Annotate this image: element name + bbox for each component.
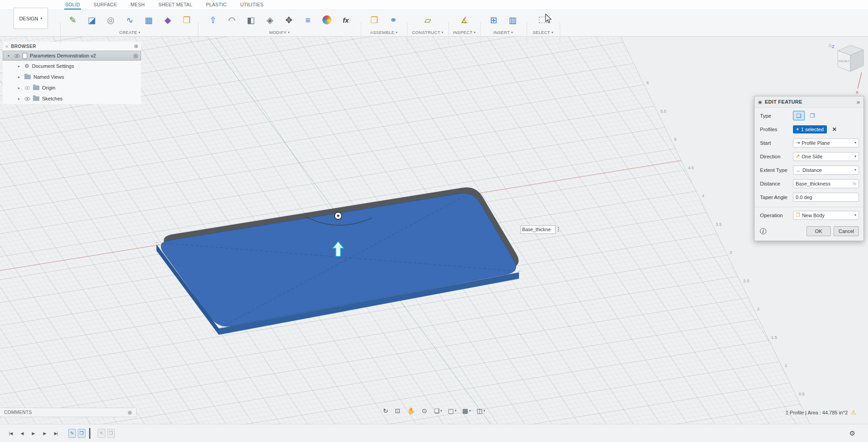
row-label: Extent Type xyxy=(760,167,793,173)
distance-input[interactable]: Base_thickness fx xyxy=(793,179,859,188)
start-dropdown[interactable]: ⇥ Profile Plane ▾ xyxy=(793,138,859,147)
activate-component-icon[interactable]: ◎ xyxy=(133,52,138,59)
combine-icon[interactable]: ◈ xyxy=(262,12,278,28)
ok-button[interactable]: OK xyxy=(807,226,831,236)
operation-dropdown[interactable]: ❒ New Body ▾ xyxy=(793,211,859,220)
taper-angle-input[interactable]: 0.0 deg xyxy=(793,193,859,202)
tab-utilities[interactable]: UTILITIES xyxy=(239,0,264,10)
look-at-icon[interactable]: ⊡ xyxy=(393,407,404,415)
press-pull-icon[interactable]: ⇧ xyxy=(205,12,221,28)
extent-type-dropdown[interactable]: ↔ Distance ▾ xyxy=(793,166,859,175)
sweep-icon[interactable]: ∿ xyxy=(122,12,137,28)
group-label-assemble[interactable]: ASSEMBLE▾ xyxy=(370,30,397,35)
extent-type-value: Distance xyxy=(802,167,822,173)
home-icon[interactable]: ⌂ xyxy=(828,42,832,48)
measure-icon[interactable]: ∡ xyxy=(457,12,472,28)
joint-icon[interactable]: ⚭ xyxy=(386,12,401,28)
browser-item-sketches[interactable]: ▸ Sketches xyxy=(3,93,141,104)
offset-plane-icon[interactable]: ▱ xyxy=(420,12,435,28)
timeline-sketch2-marker[interactable]: ✎ xyxy=(98,429,105,438)
pattern-icon[interactable]: ▦ xyxy=(141,12,156,28)
primitive-box-icon[interactable]: ❒ xyxy=(179,12,194,28)
workspace-switcher-button[interactable]: DESIGN ▾ xyxy=(14,8,48,29)
cancel-button[interactable]: Cancel xyxy=(834,226,859,236)
timeline-sketch1-marker[interactable]: ✎ xyxy=(68,429,76,438)
browser-options-icon[interactable]: ⊕ xyxy=(134,43,138,49)
display-settings-icon[interactable]: ▢ ▾ xyxy=(446,407,459,415)
browser-item-named-views[interactable]: ▸ Named Views xyxy=(3,71,141,82)
dialog-header[interactable]: ◉ EDIT FEATURE » xyxy=(755,96,863,108)
dialog-title: EDIT FEATURE xyxy=(765,99,857,105)
expand-caret-icon[interactable]: ▸ xyxy=(18,86,22,90)
timeline-extrude2-marker[interactable]: ❒ xyxy=(107,429,115,438)
group-label-select[interactable]: SELECT▾ xyxy=(533,30,553,35)
row-direction: Direction ↗ One Side ▾ xyxy=(760,151,859,162)
visibility-eye-icon[interactable] xyxy=(14,53,20,59)
go-to-end-button[interactable]: ▶| xyxy=(51,428,61,439)
tab-mesh[interactable]: MESH xyxy=(130,0,146,10)
browser-item-origin[interactable]: ▸ Origin xyxy=(3,82,141,93)
profiles-selected-chip[interactable]: ➤ 1 selected xyxy=(793,125,827,133)
tab-surface[interactable]: SURFACE xyxy=(93,0,118,10)
create-form-icon[interactable]: ◆ xyxy=(160,12,175,28)
visibility-eye-icon[interactable] xyxy=(24,85,30,91)
info-icon[interactable]: i xyxy=(760,228,766,234)
appearance-icon[interactable] xyxy=(319,12,335,28)
group-label-construct[interactable]: CONSTRUCT▾ xyxy=(412,30,443,35)
ribbon-icon-glyph: ▥ xyxy=(509,16,517,24)
timeline-playhead[interactable] xyxy=(89,428,90,439)
orbit-icon[interactable]: ↻ xyxy=(381,407,392,415)
viewports-icon[interactable]: ◫ ▾ xyxy=(474,407,487,415)
expand-caret-icon[interactable]: ▾ xyxy=(8,54,11,58)
pan-icon[interactable]: ✋ xyxy=(405,407,418,415)
extrude-icon[interactable]: ◪ xyxy=(84,12,99,28)
shell-icon[interactable]: ◧ xyxy=(243,12,259,28)
change-parameters-icon[interactable]: fx xyxy=(338,12,354,28)
nav-icon-glyph: ▢ xyxy=(448,408,454,414)
play-button[interactable]: ▶ xyxy=(28,428,38,439)
tab-solid[interactable]: SOLID xyxy=(64,0,81,10)
extrude-type-thin-button[interactable]: ❐ xyxy=(807,111,818,120)
tab-sheet-metal[interactable]: SHEET METAL xyxy=(157,0,193,10)
timeline-extrude1-marker[interactable]: ❒ xyxy=(78,429,85,438)
canvas-image-icon[interactable]: ▥ xyxy=(505,12,520,28)
step-back-button[interactable]: ◀ xyxy=(17,428,27,439)
clear-selection-icon[interactable]: ✕ xyxy=(832,126,837,133)
group-label-modify[interactable]: MODIFY▾ xyxy=(269,30,290,35)
expand-caret-icon[interactable]: ▸ xyxy=(18,97,22,101)
move-icon[interactable]: ✥ xyxy=(281,12,297,28)
tab-plastic[interactable]: PLASTIC xyxy=(205,0,228,10)
warning-icon[interactable]: ⚠ xyxy=(851,409,856,416)
visibility-eye-icon[interactable] xyxy=(24,96,30,102)
fillet-icon[interactable]: ◠ xyxy=(224,12,240,28)
timeline-settings-gear-icon[interactable]: ⚙ xyxy=(849,429,855,437)
distance-param-floating-input[interactable]: Base_thickne xyxy=(520,225,556,234)
expand-caret-icon[interactable]: ▸ xyxy=(18,64,22,68)
ribbon-icon-glyph: ◎ xyxy=(107,16,115,24)
comments-bar[interactable]: COMMENTS ⊕ xyxy=(0,408,137,417)
param-box-drag-handle[interactable] xyxy=(558,227,559,228)
align-icon[interactable]: ≡ xyxy=(300,12,316,28)
create-sketch-icon[interactable]: ✎ xyxy=(65,12,80,28)
insert-derive-icon[interactable]: ⊞ xyxy=(486,12,501,28)
new-component-icon[interactable]: ❒ xyxy=(367,12,382,28)
group-label-create[interactable]: CREATE▾ xyxy=(119,30,140,35)
grid-settings-icon[interactable]: ▦ ▾ xyxy=(460,407,473,415)
group-label-insert[interactable]: INSERT▾ xyxy=(493,30,513,35)
expand-caret-icon[interactable]: ▸ xyxy=(18,75,22,79)
step-forward-button[interactable]: ▶ xyxy=(39,428,50,439)
add-comment-icon[interactable]: ⊕ xyxy=(127,409,132,416)
go-to-start-button[interactable]: |◀ xyxy=(5,428,16,439)
group-label-inspect[interactable]: INSPECT▾ xyxy=(453,30,476,35)
transport-glyph: |◀ xyxy=(9,431,12,436)
browser-root-node[interactable]: ▾ Parameters Demonstration v2 ◎ xyxy=(3,51,141,61)
browser-title: BROWSER xyxy=(11,44,134,49)
browser-item-document-settings[interactable]: ▸ ⚙ Document Settings xyxy=(3,61,141,71)
fit-icon[interactable]: ❏ ▾ xyxy=(432,407,444,415)
direction-dropdown[interactable]: ↗ One Side ▾ xyxy=(793,152,859,161)
zoom-icon[interactable]: ⊙ xyxy=(420,407,430,415)
revolve-icon[interactable]: ◎ xyxy=(103,12,118,28)
collapse-panel-icon[interactable]: « xyxy=(5,43,8,49)
collapse-dialog-icon[interactable]: » xyxy=(857,99,860,105)
extrude-type-solid-button[interactable]: ❏ xyxy=(793,111,805,120)
